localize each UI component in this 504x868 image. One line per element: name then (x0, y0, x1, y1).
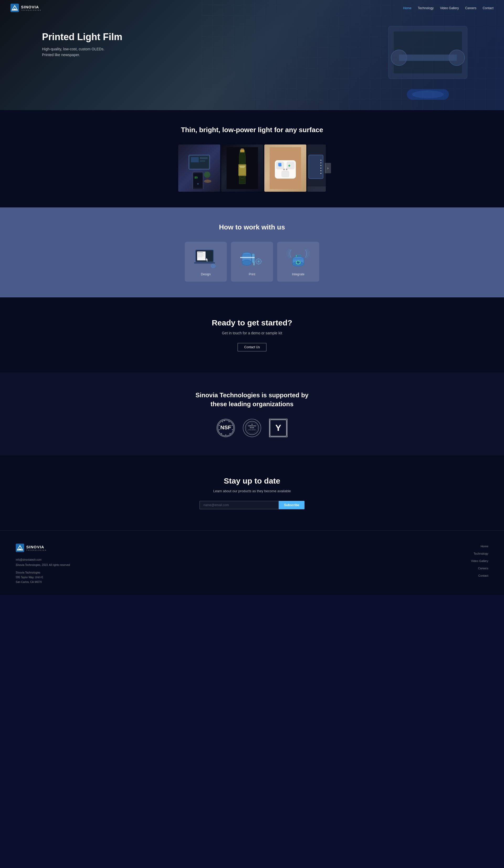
bottle-illustration (226, 147, 258, 189)
footer-link-careers[interactable]: Careers (478, 566, 488, 570)
svg-point-38 (283, 169, 285, 170)
design-icon-container (193, 247, 219, 268)
footer: SINOVIA TECHNOLOGIES info@sinoviatech.co… (0, 530, 504, 595)
footer-logo: SINOVIA TECHNOLOGIES (16, 544, 252, 552)
integrate-card-label: Integrate (292, 272, 304, 276)
gallery-item-bottle (221, 144, 263, 192)
svg-rect-68 (240, 257, 255, 258)
nav-item-technology[interactable]: Technology (417, 6, 434, 10)
svg-text:✦: ✦ (222, 421, 223, 423)
footer-right: Home Technology Video Gallery Careers Co… (252, 544, 488, 585)
svg-rect-15 (200, 160, 205, 162)
svg-text:CHALLENGE: CHALLENGE (248, 429, 256, 431)
thin-bright-heading: Thin, bright, low-power light for any su… (10, 126, 494, 134)
footer-link-technology[interactable]: Technology (474, 551, 488, 556)
work-card-design: Design (185, 242, 227, 282)
footer-logo-icon (16, 544, 24, 552)
hero-section: Printed Light Film High-quality, low-cos… (0, 0, 504, 110)
email-form: Subscribe (200, 501, 304, 509)
integrate-icon-container (285, 247, 311, 268)
svg-rect-67 (253, 261, 255, 265)
supported-heading: Sinovia Technologies is supported by the… (10, 391, 494, 408)
svg-text:Y: Y (275, 423, 281, 433)
svg-text:✦: ✦ (231, 425, 233, 427)
svg-text:MADE: MADE (250, 427, 254, 428)
medical-illustration: + 89 (270, 147, 301, 189)
footer-link-home[interactable]: Home (481, 544, 488, 548)
svg-point-10 (412, 91, 444, 98)
svg-text:✦: ✦ (229, 433, 231, 435)
svg-text:NSF: NSF (220, 424, 231, 430)
print-illustration (239, 247, 265, 268)
svg-rect-80 (296, 256, 297, 257)
nav-logo[interactable]: SINOVIA TECHNOLOGIES (10, 4, 41, 12)
hero-title: Printed Light Film (42, 31, 504, 42)
work-card-print: Print (231, 242, 273, 282)
footer-logo-text: SINOVIA TECHNOLOGIES (26, 545, 47, 551)
gallery-item-partial (308, 144, 326, 192)
yc-logo: Y (269, 419, 288, 437)
nav-item-contact[interactable]: Contact (483, 6, 494, 10)
org-logos-container: ✦ ✦ ✦ ✦ ✦ ✦ ✦ ✦ ✦ ✦ NSF AMERI (10, 419, 494, 437)
svg-rect-66 (252, 254, 255, 263)
footer-copyright: Sinovia Technologies, 2023. All rights r… (16, 562, 252, 568)
svg-rect-41 (309, 155, 323, 178)
doe-logo: AMERICAN MADE CHALLENGE ★ (243, 419, 261, 437)
gallery-next-button[interactable]: › (325, 163, 331, 173)
svg-point-22 (204, 180, 211, 183)
work-card-integrate: Integrate (277, 242, 319, 282)
svg-rect-55 (198, 257, 202, 257)
svg-rect-27 (240, 167, 245, 168)
stay-subtext: Learn about our products as they become … (10, 489, 494, 493)
design-card-label: Design (201, 272, 211, 276)
section-thin-bright: Thin, bright, low-power light for any su… (0, 110, 504, 207)
svg-text:✦: ✦ (219, 429, 220, 431)
section-stay-up-to-date: Stay up to date Learn about our products… (0, 455, 504, 530)
contact-us-button[interactable]: Contact Us (238, 343, 266, 351)
section-ready: Ready to get started? Get in touch for a… (0, 297, 504, 372)
yc-logo-svg: Y (270, 419, 287, 437)
design-illustration (193, 247, 219, 268)
footer-link-video-gallery[interactable]: Video Gallery (471, 558, 488, 563)
nsf-logo-svg: ✦ ✦ ✦ ✦ ✦ ✦ ✦ ✦ ✦ ✦ NSF (217, 419, 234, 437)
ready-subtext: Get in touch for a demo or sample kit (10, 331, 494, 335)
gallery-container: 89 (178, 144, 326, 192)
svg-text:★: ★ (251, 423, 253, 425)
svg-point-65 (242, 260, 251, 265)
subscribe-button[interactable]: Subscribe (279, 501, 304, 509)
image-gallery: 89 (178, 144, 326, 192)
svg-point-19 (197, 183, 199, 185)
svg-point-58 (212, 265, 214, 267)
section-how-to-work: How to work with us (0, 207, 504, 297)
svg-text:✦: ✦ (225, 434, 226, 436)
partial-illustration (308, 144, 326, 186)
svg-text:AMERICAN: AMERICAN (248, 425, 256, 427)
nav-logo-text: SINOVIA TECHNOLOGIES (21, 5, 41, 11)
print-icon-container (239, 247, 265, 268)
svg-rect-51 (198, 252, 203, 253)
svg-rect-56 (194, 262, 215, 264)
email-input[interactable] (200, 501, 279, 509)
hero-subtitle: High-quality, low-cost, custom OLEDs. Pr… (42, 46, 105, 58)
doe-logo-svg: AMERICAN MADE CHALLENGE ★ (245, 419, 259, 437)
svg-rect-82 (299, 256, 300, 257)
svg-rect-14 (200, 157, 208, 159)
nav-item-home[interactable]: Home (403, 6, 411, 10)
work-cards-container: Design (10, 242, 494, 282)
svg-rect-54 (198, 256, 204, 256)
svg-rect-34 (281, 171, 289, 177)
stay-heading: Stay up to date (10, 476, 494, 485)
nav-item-video-gallery[interactable]: Video Gallery (440, 6, 459, 10)
svg-point-70 (258, 260, 260, 262)
phone-illustration: 89 (183, 147, 215, 189)
svg-rect-81 (298, 256, 299, 257)
svg-text:✦: ✦ (228, 421, 230, 423)
footer-link-contact[interactable]: Contact (478, 573, 488, 578)
nsf-logo: ✦ ✦ ✦ ✦ ✦ ✦ ✦ ✦ ✦ ✦ NSF (216, 419, 235, 437)
svg-rect-37 (278, 163, 281, 166)
print-card-label: Print (249, 272, 255, 276)
nav-item-careers[interactable]: Careers (465, 6, 476, 10)
nav-links: Home Technology Video Gallery Careers Co… (403, 6, 494, 10)
svg-text:89: 89 (194, 176, 198, 179)
navbar: SINOVIA TECHNOLOGIES Home Technology Vid… (0, 0, 504, 16)
